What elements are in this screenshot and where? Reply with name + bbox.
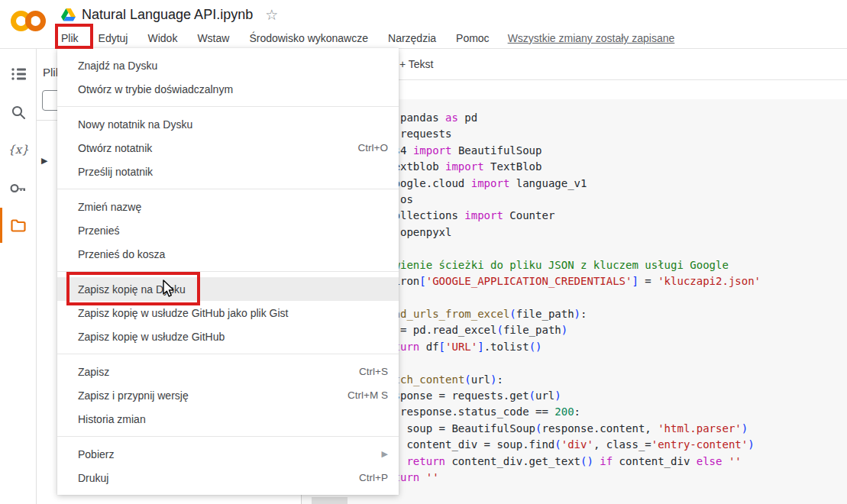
code-line: from collections import Counter xyxy=(355,208,761,224)
code-line: return content_div.get_text() if content… xyxy=(355,454,761,470)
code-line: return df['URL'].tolist() xyxy=(355,339,761,355)
code-line xyxy=(355,241,761,257)
active-panel-indicator xyxy=(0,208,2,243)
code-line: from bs4 import BeautifulSoup xyxy=(355,143,761,159)
code-line: import pandas as pd xyxy=(355,110,761,126)
menu-item-label: Otwórz notatnik xyxy=(78,142,152,154)
code-line: response = requests.get(url) xyxy=(355,388,761,404)
menu-group: Znajdź na DyskuOtwórz w trybie doświadcz… xyxy=(57,48,399,106)
menu-item-label: Historia zmian xyxy=(78,413,146,425)
menu-item-label: Przenieś do kosza xyxy=(78,248,165,260)
menu-item-przenieś-do-kosza[interactable]: Przenieś do kosza xyxy=(57,242,399,266)
menu-item-label: Zapisz kopię na Dysku xyxy=(78,283,186,296)
menu-item-przenieś[interactable]: Przenieś xyxy=(57,218,399,242)
code-line: os.environ['GOOGLE_APPLICATION_CREDENTIA… xyxy=(355,273,761,289)
menu-item-shortcut: Ctrl+S xyxy=(359,366,388,377)
search-icon[interactable] xyxy=(0,97,37,128)
menu-group: Zapisz kopię na DyskuZapisz kopię w usłu… xyxy=(57,271,399,354)
variables-icon[interactable]: {x} xyxy=(0,134,37,165)
menu-item-label: Zapisz kopię w usłudze GitHub jako plik … xyxy=(78,307,288,319)
code-line xyxy=(355,289,761,305)
code-line: df = pd.read_excel(file_path) xyxy=(355,322,761,338)
menu-group: Nowy notatnik na DyskuOtwórz notatnikCtr… xyxy=(57,106,399,189)
menu-item-label: Przenieś xyxy=(78,225,119,237)
secrets-key-icon[interactable] xyxy=(0,173,37,203)
menu-item-label: Znajdź na Dysku xyxy=(78,60,157,72)
menubar: PlikEdytujWidokWstawŚrodowisko wykonawcz… xyxy=(60,29,674,47)
menu-item-shortcut: Ctrl+M S xyxy=(348,389,388,401)
panel-collapse-icon[interactable]: ▶ xyxy=(41,156,47,166)
menubar-item-widok[interactable]: Widok xyxy=(146,29,179,47)
code-line: import os xyxy=(355,192,761,208)
menu-group: Pobierz▶DrukujCtrl+P xyxy=(57,436,399,495)
notebook-title[interactable]: Natural Language API.ipynb xyxy=(82,7,253,23)
menu-item-label: Zmień nazwę xyxy=(78,201,141,213)
menu-item-otwórz-notatnik[interactable]: Otwórz notatnikCtrl+O xyxy=(57,136,399,160)
menu-item-nowy-notatnik-na-dysku[interactable]: Nowy notatnik na Dysku xyxy=(57,112,399,136)
menu-item-label: Zapisz kopię w usłudze GitHub xyxy=(78,331,225,343)
menu-item-zapisz[interactable]: ZapiszCtrl+S xyxy=(57,360,399,383)
drive-icon xyxy=(61,8,76,21)
code-line: from google.cloud import language_v1 xyxy=(355,176,761,192)
menu-item-shortcut: Ctrl+O xyxy=(358,142,388,153)
submenu-arrow-icon: ▶ xyxy=(382,449,388,459)
menu-item-zmień-nazwę[interactable]: Zmień nazwę xyxy=(57,195,399,218)
colab-window: import pandas as pdimport requestsfrom b… xyxy=(0,0,847,504)
menubar-item-narzędzia[interactable]: Narzędzia xyxy=(386,29,438,47)
code-line: def read_urls_from_excel(file_path): xyxy=(355,306,761,322)
menu-item-label: Zapisz xyxy=(78,366,109,378)
menubar-item-pomoc[interactable]: Pomoc xyxy=(454,29,491,47)
code-line: return '' xyxy=(355,470,761,486)
menu-item-historia-zmian[interactable]: Historia zmian xyxy=(57,407,399,431)
menu-item-shortcut: Ctrl+P xyxy=(359,472,388,483)
colab-logo-right-ring xyxy=(25,11,46,31)
menu-item-zapisz-i-przypnij-wersję[interactable]: Zapisz i przypnij wersjęCtrl+M S xyxy=(57,383,399,407)
code-line: import requests xyxy=(355,126,761,142)
menu-item-zapisz-kopię-na-dysku[interactable]: Zapisz kopię na Dysku xyxy=(57,277,399,301)
menu-item-label: Zapisz i przypnij wersję xyxy=(78,389,189,402)
menu-item-drukuj[interactable]: DrukujCtrl+P xyxy=(57,466,399,489)
file-menu-dropdown: Znajdź na DyskuOtwórz w trybie doświadcz… xyxy=(57,48,399,495)
menu-item-prześlij-notatnik[interactable]: Prześlij notatnik xyxy=(57,160,399,183)
cell-scrollbar[interactable] xyxy=(312,497,348,504)
menubar-item-edytuj[interactable]: Edytuj xyxy=(97,29,130,47)
menu-item-pobierz[interactable]: Pobierz▶ xyxy=(57,442,399,466)
code-line: if response.status_code == 200: xyxy=(355,404,761,420)
files-folder-icon[interactable] xyxy=(0,210,37,241)
menu-item-otwórz-w-trybie-doświadczalnym[interactable]: Otwórz w trybie doświadczalnym xyxy=(57,77,399,101)
menu-group: Zmień nazwęPrzenieśPrzenieś do kosza xyxy=(57,189,399,271)
code-line: # Ustawienie ścieżki do pliku JSON z klu… xyxy=(355,257,761,273)
colab-logo-icon[interactable] xyxy=(11,9,47,34)
menu-item-label: Drukuj xyxy=(78,472,108,484)
table-of-contents-icon[interactable] xyxy=(0,59,37,89)
menu-item-label: Pobierz xyxy=(78,448,114,460)
code-line: def fetch_content(url): xyxy=(355,372,761,388)
menubar-item-wstaw[interactable]: Wstaw xyxy=(196,29,231,47)
code-editor[interactable]: import pandas as pdimport requestsfrom b… xyxy=(355,110,761,486)
star-icon[interactable]: ☆ xyxy=(265,6,278,24)
menubar-item-plik[interactable]: Plik xyxy=(60,29,80,47)
menu-item-label: Nowy notatnik na Dysku xyxy=(78,118,192,131)
left-sidebar: {x} xyxy=(0,49,37,504)
code-line: soup = BeautifulSoup(response.content, '… xyxy=(355,421,761,437)
code-line: from textblob import TextBlob xyxy=(355,159,761,175)
menubar-item-środowisko-wykonawcze[interactable]: Środowisko wykonawcze xyxy=(247,29,370,47)
menu-item-label: Otwórz w trybie doświadczalnym xyxy=(78,83,233,95)
menu-group: ZapiszCtrl+SZapisz i przypnij wersjęCtrl… xyxy=(57,354,399,436)
add-text-button[interactable]: + Tekst xyxy=(399,49,434,79)
menu-item-zapisz-kopię-w-usłudze-github[interactable]: Zapisz kopię w usłudze GitHub xyxy=(57,325,399,348)
menu-item-znajdź-na-dysku[interactable]: Znajdź na Dysku xyxy=(57,53,399,77)
code-line: content_div = soup.find('div', class_='e… xyxy=(355,437,761,453)
code-line: import openpyxl xyxy=(355,225,761,241)
code-line xyxy=(355,355,761,371)
menu-item-zapisz-kopię-w-usłudze-github-jako-plik-gist[interactable]: Zapisz kopię w usłudze GitHub jako plik … xyxy=(57,301,399,325)
menu-item-label: Prześlij notatnik xyxy=(78,166,153,178)
save-status-link[interactable]: Wszystkie zmiany zostały zapisane xyxy=(508,32,675,44)
